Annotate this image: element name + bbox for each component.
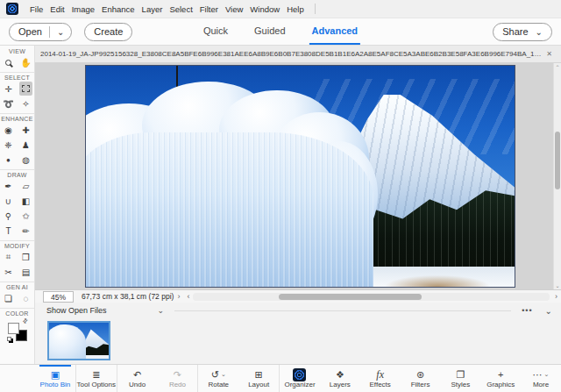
filters-icon: ⊛ [416,369,424,381]
taskbar-label: Photo Bin [40,381,71,388]
menu-image[interactable]: Image [68,4,98,14]
eraser-tool-icon[interactable]: ▱ [19,179,32,193]
taskbar-label: More [533,381,549,388]
menu-layer[interactable]: Layer [138,4,167,14]
section-label-color: COLOR [5,310,28,317]
taskbar-tool-options-button[interactable]: ≣ Tool Options [75,365,117,392]
spot-healing-brush-tool-icon[interactable]: ✚ [19,123,32,137]
vertical-scrollbar-thumb[interactable] [555,132,560,189]
open-button-label: Open [18,26,42,37]
menu-help[interactable]: Help [283,4,308,14]
scroll-right-icon[interactable]: › [551,292,561,301]
move-tool-icon[interactable]: ✛ [2,82,15,96]
photo-bin-more-options-icon[interactable]: ••• [522,306,532,315]
taskbar-graphics-button[interactable]: + Graphics [480,365,521,392]
recompose-tool-icon[interactable]: ✂ [2,265,15,279]
tab-advanced[interactable]: Advanced [309,18,361,45]
photo-bin-icon: ▣ [51,369,60,381]
photo-bin-collapse-icon[interactable]: ⌄ [545,306,552,316]
taskbar-organizer-button[interactable]: Organizer [279,365,320,392]
clone-stamp-tool-icon[interactable]: ♟ [19,138,32,152]
section-label-view: VIEW [9,48,25,54]
red-eye-removal-tool-icon[interactable]: ◉ [2,123,15,137]
tab-guided[interactable]: Guided [252,18,288,45]
scroll-left-icon[interactable]: ‹ [183,292,193,301]
brush-tool-icon[interactable]: ✒ [2,179,15,193]
menu-window[interactable]: Window [246,4,283,14]
taskbar-redo-button[interactable]: ↷ Redo [158,365,198,392]
taskbar-photo-bin-button[interactable]: ▣ Photo Bin [35,365,75,392]
smudge-tool-icon[interactable]: ◍ [19,153,32,167]
horizontal-scrollbar[interactable] [193,293,550,301]
swap-colors-icon[interactable]: ⇄ [21,317,30,325]
straighten-tool-icon[interactable]: ▤ [19,265,32,279]
menu-file[interactable]: File [26,4,46,14]
taskbar-layout-button[interactable]: ⊞ Layout [238,365,279,392]
tool-section-gen-ai: GEN AI ❏ ◌ [0,282,34,305]
quick-selection-tool-icon[interactable]: ✧ [19,96,32,110]
scroll-up-icon[interactable]: ⌃ [554,64,561,70]
custom-shape-tool-icon[interactable]: ✩ [19,209,32,223]
open-image[interactable] [85,65,515,288]
share-chevron-down-icon[interactable]: ⌄ [536,27,543,37]
default-colors-icon[interactable] [7,337,11,341]
blur-tool-icon[interactable]: ● [2,153,15,167]
menu-enhance[interactable]: Enhance [98,4,138,14]
gradient-tool-icon[interactable]: ◧ [19,194,32,208]
share-button[interactable]: Share ⌄ [493,23,552,41]
foreground-color-swatch[interactable] [8,323,19,334]
create-button[interactable]: Create [84,23,132,41]
smart-brush-tool-icon[interactable]: ❈ [2,138,15,152]
taskbar-rotate-button[interactable]: ↺ ⌄ Rotate [197,365,238,392]
menu-filter[interactable]: Filter [196,4,222,14]
document-tab-close-icon[interactable]: ✕ [543,50,556,58]
eyedropper-tool-icon[interactable]: ⚲ [2,209,15,223]
tool-section-modify: MODIFY ⌗ ❒ ✂ ▤ [0,240,34,279]
taskbar-label: Effects [370,381,391,388]
section-label-gen-ai: GEN AI [6,284,28,290]
menu-select[interactable]: Select [166,4,195,14]
menu-edit[interactable]: Edit [46,4,67,14]
crop-tool-icon[interactable]: ⌗ [2,250,15,264]
thumbnail-ice [47,324,86,360]
zoom-level-field[interactable]: 45% [43,291,74,303]
horizontal-scrollbar-thumb[interactable] [279,294,422,300]
tab-quick[interactable]: Quick [201,18,231,45]
document-tab-bar: 2014-01-19_JA-JP9925156328_E3808CE8A5BFE… [35,46,561,63]
taskbar-label: Filters [411,381,430,388]
layers-icon: ❖ [336,369,344,381]
undo-icon: ↶ [133,369,141,381]
document-tab-title[interactable]: 2014-01-19_JA-JP9925156328_E3808CE8A5BFE… [40,50,543,58]
graphics-plus-icon: + [498,369,503,381]
cookie-cutter-tool-icon[interactable]: ❒ [19,250,32,264]
menu-view[interactable]: View [222,4,246,14]
pencil-tool-icon[interactable]: ✏ [19,224,32,238]
more-chevron-icon[interactable]: ⌄ [544,369,550,380]
taskbar-styles-button[interactable]: ❐ Styles [440,365,480,392]
hand-tool-icon[interactable]: ✋ [19,55,32,69]
taskbar-layers-button[interactable]: ❖ Layers [320,365,360,392]
taskbar-filters-button[interactable]: ⊛ Filters [401,365,441,392]
zoom-tool-icon[interactable] [2,55,15,69]
type-tool-icon[interactable]: T [2,224,15,238]
main-area: VIEW ✋ SELECT ✛ ➰ ✧ ENHANCE ◉ [0,46,561,364]
taskbar-effects-button[interactable]: fx Effects [360,365,401,392]
open-file-thumbnail[interactable] [47,321,110,360]
vertical-scrollbar[interactable]: ⌃ ⌄ [553,63,561,289]
generative-fill-tool-icon[interactable]: ❏ [2,291,15,305]
rectangular-marquee-tool-icon[interactable] [19,82,32,96]
paint-bucket-tool-icon[interactable]: ∪ [2,194,15,208]
open-button[interactable]: Open ⌄ [9,23,72,41]
open-chevron-down-icon[interactable]: ⌄ [57,27,64,37]
show-open-files-chevron-icon[interactable]: ⌄ [158,306,165,315]
generative-expand-tool-icon[interactable]: ◌ [19,291,32,305]
taskbar-more-button[interactable]: ⋯ ⌄ More [521,365,561,392]
show-open-files-label[interactable]: Show Open Files [46,306,107,315]
rotate-chevron-icon[interactable]: ⌄ [221,369,226,380]
taskbar-undo-button[interactable]: ↶ Undo [117,365,158,392]
scroll-down-icon[interactable]: ⌄ [554,282,561,289]
status-expand-icon[interactable]: › [174,292,183,301]
menu-bar: File Edit Image Enhance Layer Select Fil… [0,0,561,18]
canvas-workspace[interactable]: ⌃ ⌄ [35,63,561,289]
lasso-tool-icon[interactable]: ➰ [2,96,15,110]
